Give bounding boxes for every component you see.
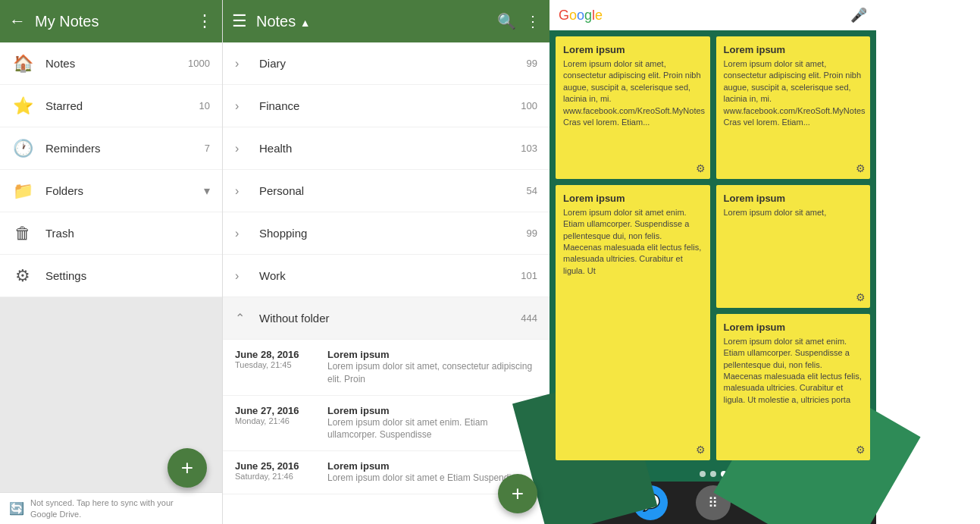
folder-without[interactable]: ⌃ Without folder 444 [223, 297, 549, 340]
nav-folders[interactable]: 📁 Folders ▾ [0, 170, 222, 212]
note-date-sub: Tuesday, 21:45 [235, 360, 318, 369]
dot-1 [700, 471, 706, 477]
note-title: Lorem ipsum [327, 405, 537, 416]
left-panel: ← My Notes ⋮ sit amet, consecteturadipis… [0, 0, 222, 524]
folder-diary-count: 99 [527, 58, 537, 69]
gear-icon[interactable]: ⚙ [856, 291, 866, 303]
back-icon[interactable]: ← [9, 11, 26, 31]
note-card-5-title: Lorem ipsum [724, 322, 863, 333]
folder-without-count: 444 [521, 312, 537, 324]
note-date-main: June 28, 2016 [235, 349, 318, 360]
gear-icon[interactable]: ⚙ [696, 444, 706, 456]
mic-icon[interactable]: 🎤 [850, 7, 867, 24]
chevron-down-icon: ▾ [204, 184, 210, 198]
sync-icon: 🔄 [9, 501, 24, 516]
folder-icon: 📁 [12, 181, 33, 201]
more-dots-icon[interactable]: ⋮ [525, 12, 540, 30]
note-card-3-title: Lorem ipsum [563, 193, 703, 204]
nav-trash[interactable]: 🗑 Trash [0, 212, 222, 255]
chevron-up-icon: ⌃ [235, 311, 250, 325]
note-card-2-title: Lorem ipsum [724, 44, 863, 55]
nav-starred-label: Starred [45, 99, 199, 112]
note-preview: Lorem ipsum dolor sit amet, consectetur … [327, 360, 537, 386]
right-panel: Google 🎤 Lorem ipsum Lorem ipsum dolor s… [549, 0, 876, 524]
folder-health-count: 103 [521, 143, 537, 154]
note-card-3-body: Lorem ipsum dolor sit amet enim. Etiam u… [563, 207, 703, 277]
note-card-4-body: Lorem ipsum dolor sit amet, [724, 207, 863, 218]
note-date-sub: Monday, 21:46 [235, 416, 318, 425]
gear-icon[interactable]: ⚙ [856, 162, 866, 174]
folder-work-label: Work [259, 269, 521, 282]
folder-work[interactable]: › Work 101 [223, 255, 549, 297]
folder-finance-count: 100 [521, 100, 537, 111]
google-search-bar[interactable]: Google 🎤 [549, 0, 876, 30]
left-header: ← My Notes ⋮ [0, 0, 222, 42]
chevron-right-icon: › [235, 184, 250, 198]
folder-list: › Diary 99 › Finance 100 › Health 103 › … [223, 42, 549, 524]
fab-add-middle[interactable]: + [498, 474, 537, 513]
note-preview: Lorem ipsum dolor sit amet enim. Etiam u… [327, 416, 537, 442]
folder-health-label: Health [259, 142, 521, 155]
note-title: Lorem ipsum [327, 460, 537, 472]
folder-finance[interactable]: › Finance 100 [223, 85, 549, 127]
nav-reminders[interactable]: 🕐 Reminders 7 [0, 127, 222, 170]
hamburger-icon[interactable]: ☰ [232, 11, 247, 31]
middle-title: Notes ▲ [256, 13, 311, 30]
folder-health[interactable]: › Health 103 [223, 127, 549, 170]
home-icon: 🏠 [12, 54, 33, 74]
gear-icon[interactable]: ⚙ [696, 162, 706, 174]
left-title: My Notes [35, 13, 99, 30]
plus-icon: + [181, 456, 193, 480]
folder-shopping-count: 99 [527, 227, 537, 239]
nav-trash-label: Trash [45, 227, 210, 240]
chevron-right-icon: › [235, 57, 250, 71]
note-card-1-title: Lorem ipsum [563, 44, 703, 55]
nav-settings[interactable]: ⚙ Settings [0, 255, 222, 297]
folder-personal-label: Personal [259, 184, 527, 197]
nav-notes-label: Notes [45, 57, 188, 70]
note-item-1[interactable]: June 27, 2016 Monday, 21:46 Lorem ipsum … [223, 396, 549, 452]
note-card-1[interactable]: Lorem ipsum Lorem ipsum dolor sit amet, … [556, 36, 710, 179]
dot-2 [710, 471, 716, 477]
folder-without-label: Without folder [259, 312, 521, 325]
star-icon: ⭐ [12, 96, 33, 116]
chevron-right-icon: › [235, 99, 250, 113]
chevron-right-icon: › [235, 227, 250, 240]
folder-personal-count: 54 [527, 185, 537, 196]
note-item-0[interactable]: June 28, 2016 Tuesday, 21:45 Lorem ipsum… [223, 340, 549, 396]
nav-notes[interactable]: 🏠 Notes 1000 [0, 42, 222, 85]
note-card-4[interactable]: Lorem ipsum Lorem ipsum dolor sit amet, … [716, 185, 871, 308]
folder-shopping[interactable]: › Shopping 99 [223, 212, 549, 255]
note-card-2[interactable]: Lorem ipsum Lorem ipsum dolor sit amet, … [716, 36, 871, 179]
middle-panel: ☰ Notes ▲ 🔍 ⋮ › Diary 99 › Finance 100 ›… [222, 0, 549, 524]
nav-starred[interactable]: ⭐ Starred 10 [0, 85, 222, 127]
gear-icon[interactable]: ⚙ [856, 444, 866, 456]
folder-diary[interactable]: › Diary 99 [223, 42, 549, 85]
note-date-sub: Saturday, 21:46 [235, 472, 318, 481]
apps-grid-icon: ⠿ [708, 494, 718, 511]
folder-finance-label: Finance [259, 99, 521, 112]
note-card-5[interactable]: Lorem ipsum Lorem ipsum dolor sit amet e… [716, 314, 871, 460]
note-card-4-title: Lorem ipsum [724, 193, 863, 204]
folder-shopping-label: Shopping [259, 227, 527, 240]
folder-work-count: 101 [521, 270, 537, 281]
note-card-1-body: Lorem ipsum dolor sit amet, consectetur … [563, 58, 703, 128]
note-card-3[interactable]: Lorem ipsum Lorem ipsum dolor sit amet e… [556, 185, 710, 460]
settings-icon: ⚙ [12, 266, 33, 286]
notes-grid: Lorem ipsum Lorem ipsum dolor sit amet, … [549, 30, 876, 466]
folder-personal[interactable]: › Personal 54 [223, 170, 549, 212]
fab-add-left[interactable]: + [168, 448, 207, 488]
middle-header: ☰ Notes ▲ 🔍 ⋮ [223, 0, 549, 42]
note-card-5-body: Lorem ipsum dolor sit amet enim. Etiam u… [724, 336, 863, 406]
sync-bar[interactable]: 🔄 Not synced. Tap here to sync with your… [0, 492, 222, 524]
nav-reminders-count: 7 [205, 143, 210, 154]
more-icon[interactable]: ⋮ [196, 11, 213, 31]
chevron-right-icon: › [235, 269, 250, 283]
folder-diary-label: Diary [259, 57, 527, 70]
note-title: Lorem ipsum [327, 349, 537, 360]
search-icon[interactable]: 🔍 [497, 12, 516, 30]
nav-reminders-label: Reminders [45, 142, 205, 155]
nav-settings-label: Settings [45, 269, 210, 282]
google-logo: Google [559, 8, 603, 24]
signal-icon: ▲ [300, 17, 311, 29]
